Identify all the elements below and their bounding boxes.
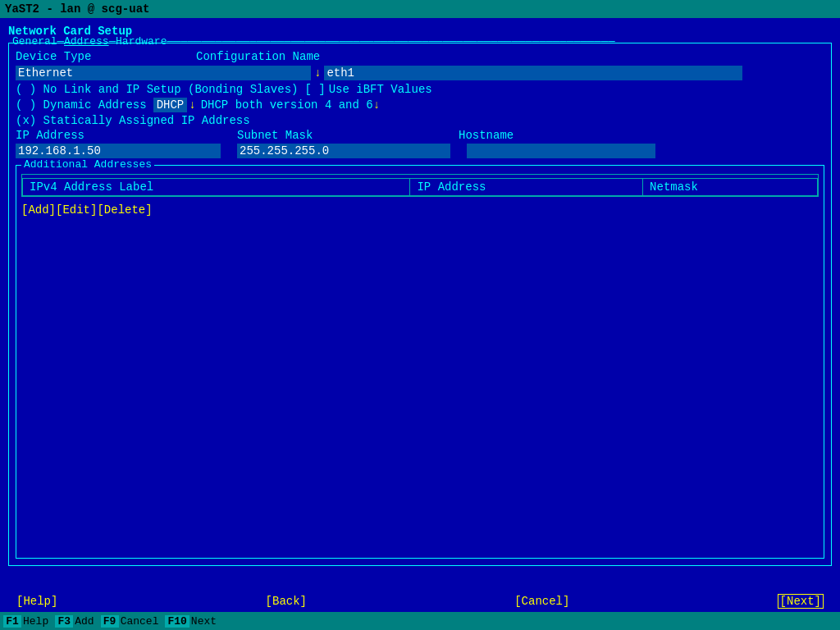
- tab-row: General ─ Address ─ Hardware ───────────…: [12, 35, 615, 48]
- static-address-row: (x) Statically Assigned IP Address: [16, 114, 824, 127]
- dhcp-suffix-arrow: ↓: [373, 98, 380, 112]
- subnet-label: Subnet Mask: [237, 129, 459, 142]
- device-value-row: ↓: [16, 66, 824, 80]
- dynamic-address-row: ( ) Dynamic Address DHCP ↓ DHCP both ver…: [16, 98, 824, 112]
- address-table: IPv4 Address Label IP Address Netmask: [22, 178, 818, 196]
- fkey-f10-label: Next: [191, 615, 217, 628]
- fkey-f3-num: F3: [55, 615, 73, 628]
- col-ipv4-label: IPv4 Address Label: [23, 179, 410, 196]
- device-type-label: Device Type: [16, 50, 163, 63]
- radio-no-link[interactable]: ( ) No Link and IP Setup (Bonding Slaves…: [16, 83, 298, 96]
- fkey-bar: F1 Help F3 Add F9 Cancel F10 Next: [0, 612, 840, 630]
- device-type-row: Device Type Configuration Name: [16, 50, 824, 63]
- bottom-nav: [Help] [Back] [Cancel] [Next]: [0, 591, 840, 612]
- device-dropdown-arrow[interactable]: ↓: [314, 66, 321, 80]
- address-table-container: IPv4 Address Label IP Address Netmask: [21, 174, 819, 197]
- ip-label: IP Address: [16, 129, 237, 142]
- fkey-f10-num: F10: [165, 615, 189, 628]
- ip-labels-row: IP Address Subnet Mask Hostname: [16, 129, 824, 142]
- hostname-label: Hostname: [459, 129, 514, 142]
- radio-dynamic[interactable]: ( ) Dynamic Address: [16, 98, 147, 112]
- config-name-label: Configuration Name: [196, 50, 327, 63]
- edit-button[interactable]: [Edit]: [56, 203, 97, 217]
- back-nav-button[interactable]: [Back]: [266, 594, 307, 609]
- fkey-f3[interactable]: F3 Add: [55, 615, 94, 628]
- fkey-f1-label: Help: [23, 615, 48, 628]
- fkey-f3-label: Add: [75, 615, 94, 628]
- ibft-label: Use iBFT Values: [329, 83, 432, 96]
- subnet-mask-input[interactable]: [237, 144, 450, 158]
- delete-button[interactable]: [Delete]: [97, 203, 152, 217]
- ip-values-row: [16, 144, 824, 158]
- tab-hardware[interactable]: Hardware: [116, 35, 167, 48]
- titlebar-text: YaST2 - lan @ scg-uat: [5, 2, 149, 16]
- add-button[interactable]: [Add]: [21, 203, 56, 217]
- main-content: Network Card Setup General ─ Address ─ H…: [0, 18, 840, 596]
- titlebar: YaST2 - lan @ scg-uat: [0, 0, 840, 18]
- config-name-input[interactable]: [324, 66, 742, 80]
- ibft-bracket[interactable]: [ ]: [304, 83, 325, 96]
- fkey-f10[interactable]: F10 Next: [165, 615, 217, 628]
- action-buttons: [Add] [Edit] [Delete]: [21, 203, 819, 217]
- next-nav-button[interactable]: [Next]: [778, 594, 824, 609]
- dhcp-arrow[interactable]: ↓: [189, 98, 195, 112]
- network-card-dialog: General ─ Address ─ Hardware ───────────…: [8, 43, 832, 566]
- additional-addresses-section: Additional Addresses IPv4 Address Label …: [16, 165, 824, 559]
- fkey-f9[interactable]: F9 Cancel: [101, 615, 159, 628]
- no-link-row: ( ) No Link and IP Setup (Bonding Slaves…: [16, 83, 824, 96]
- fkey-f9-label: Cancel: [121, 615, 159, 628]
- cancel-nav-button[interactable]: [Cancel]: [514, 594, 569, 609]
- additional-addresses-label: Additional Addresses: [21, 158, 154, 171]
- col-ip-address: IP Address: [410, 179, 643, 196]
- tab-general[interactable]: General: [12, 35, 57, 48]
- hostname-input[interactable]: [467, 144, 655, 158]
- help-nav-button[interactable]: [Help]: [16, 594, 57, 609]
- dhcp-input[interactable]: DHCP: [153, 98, 188, 112]
- dhcp-suffix: DHCP both version 4 and 6: [201, 98, 373, 112]
- col-netmask: Netmask: [643, 179, 818, 196]
- fkey-f1-num: F1: [3, 615, 21, 628]
- radio-static[interactable]: (x) Statically Assigned IP Address: [16, 114, 250, 127]
- device-type-input[interactable]: [16, 66, 311, 80]
- tab-address[interactable]: Address: [64, 35, 109, 48]
- fkey-f9-num: F9: [101, 615, 119, 628]
- ip-address-input[interactable]: [16, 144, 221, 158]
- fkey-f1[interactable]: F1 Help: [3, 615, 48, 628]
